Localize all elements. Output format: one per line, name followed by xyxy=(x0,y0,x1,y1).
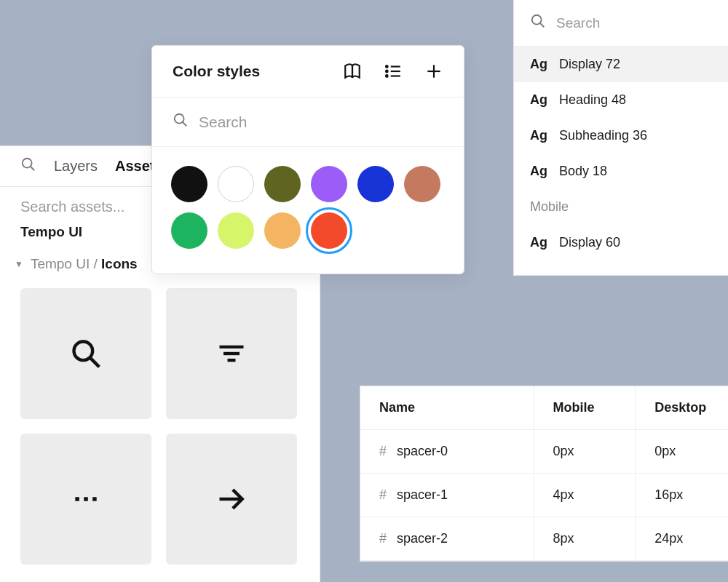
svg-point-0 xyxy=(23,159,32,168)
table-row[interactable]: #spacer-14px16px xyxy=(360,474,728,517)
svg-line-1 xyxy=(31,167,35,171)
text-styles-panel: Search AgDisplay 72AgHeading 48AgSubhead… xyxy=(513,0,728,276)
text-style-row[interactable]: AgSubheading 36 xyxy=(514,118,728,154)
plus-icon[interactable] xyxy=(424,62,443,81)
color-swatch-0[interactable] xyxy=(171,166,207,202)
hash-icon: # xyxy=(379,444,387,459)
text-style-row[interactable]: AgHeading 48 xyxy=(514,82,728,118)
svg-line-22 xyxy=(540,23,545,28)
svg-point-2 xyxy=(74,342,93,361)
color-swatch-5[interactable] xyxy=(404,166,440,202)
svg-point-12 xyxy=(386,71,388,73)
table-row[interactable]: #spacer-28px24px xyxy=(360,517,728,561)
color-swatch-1[interactable] xyxy=(218,166,254,202)
tab-layers[interactable]: Layers xyxy=(54,158,98,175)
ag-glyph: Ag xyxy=(530,57,547,72)
asset-tile-filter[interactable] xyxy=(166,288,297,419)
search-icon[interactable] xyxy=(20,156,36,176)
svg-rect-8 xyxy=(84,497,88,501)
table-row[interactable]: #spacer-00px0px xyxy=(360,430,728,474)
spacer-mobile: 8px xyxy=(534,517,636,561)
spacer-mobile: 4px xyxy=(534,474,636,517)
search-icon xyxy=(70,338,102,370)
group-path-name: Icons xyxy=(101,256,138,271)
color-swatch-8[interactable] xyxy=(264,212,301,249)
ag-glyph: Ag xyxy=(530,128,547,143)
text-style-label: Heading 48 xyxy=(559,92,626,108)
text-style-label: Display 72 xyxy=(559,57,620,72)
book-icon[interactable] xyxy=(343,62,362,81)
spacer-desktop: 16px xyxy=(636,474,728,517)
color-styles-panel: Color styles Search xyxy=(151,45,464,274)
group-path-prefix: Tempo UI / xyxy=(31,256,101,271)
svg-rect-9 xyxy=(92,497,97,501)
ag-glyph: Ag xyxy=(530,92,547,108)
svg-point-13 xyxy=(386,75,388,77)
chevron-down-icon: ▼ xyxy=(15,259,23,269)
svg-point-19 xyxy=(175,114,184,124)
col-name: Name xyxy=(360,386,534,430)
svg-point-11 xyxy=(386,65,388,68)
svg-rect-7 xyxy=(75,497,79,501)
color-panel-title: Color styles xyxy=(173,63,260,80)
asset-tile-arrow[interactable] xyxy=(166,434,297,565)
color-swatch-7[interactable] xyxy=(218,212,254,249)
spacing-table: Name Mobile Desktop #spacer-00px0px#spac… xyxy=(360,386,728,561)
search-icon xyxy=(530,13,546,33)
text-search-placeholder: Search xyxy=(556,15,600,31)
svg-line-20 xyxy=(183,122,187,127)
svg-line-3 xyxy=(90,358,99,367)
search-icon xyxy=(173,112,189,132)
table-header-row: Name Mobile Desktop xyxy=(360,386,728,430)
text-style-row[interactable]: AgDisplay 60 xyxy=(514,225,728,260)
assets-grid xyxy=(0,279,320,573)
spacer-name: spacer-1 xyxy=(397,487,448,503)
color-swatch-9[interactable] xyxy=(311,212,347,249)
color-search-row[interactable]: Search xyxy=(152,97,464,147)
color-swatch-3[interactable] xyxy=(311,166,347,202)
more-icon xyxy=(70,483,102,515)
asset-tile-more[interactable] xyxy=(20,434,151,565)
text-style-label: Display 60 xyxy=(559,235,620,250)
text-style-row[interactable]: AgBody 18 xyxy=(514,154,728,189)
spacer-mobile: 0px xyxy=(534,430,636,474)
text-search-row[interactable]: Search xyxy=(514,0,728,47)
asset-tile-search[interactable] xyxy=(20,288,151,419)
hash-icon: # xyxy=(379,487,387,503)
ag-glyph: Ag xyxy=(530,235,547,250)
color-search-placeholder: Search xyxy=(199,113,248,131)
swatch-grid xyxy=(152,147,464,274)
color-panel-header: Color styles xyxy=(152,46,464,97)
spacer-name: spacer-0 xyxy=(397,444,448,459)
list-icon[interactable] xyxy=(384,62,403,81)
svg-point-21 xyxy=(532,15,542,25)
spacer-name: spacer-2 xyxy=(397,531,448,546)
col-desktop: Desktop xyxy=(636,386,728,430)
color-swatch-2[interactable] xyxy=(264,166,301,202)
arrow-right-icon xyxy=(215,483,248,515)
color-swatch-6[interactable] xyxy=(171,212,207,249)
text-style-label: Subheading 36 xyxy=(559,128,647,143)
hash-icon: # xyxy=(379,531,387,546)
text-section-mobile: Mobile xyxy=(514,189,728,225)
spacing-table-panel: Name Mobile Desktop #spacer-00px0px#spac… xyxy=(360,386,728,562)
text-style-label: Body 18 xyxy=(559,164,607,179)
color-swatch-4[interactable] xyxy=(357,166,394,202)
ag-glyph: Ag xyxy=(530,164,547,179)
filter-icon xyxy=(215,338,248,370)
col-mobile: Mobile xyxy=(534,386,636,430)
spacer-desktop: 0px xyxy=(636,430,728,474)
text-style-row[interactable]: AgDisplay 72 xyxy=(514,47,728,82)
spacer-desktop: 24px xyxy=(636,517,728,561)
